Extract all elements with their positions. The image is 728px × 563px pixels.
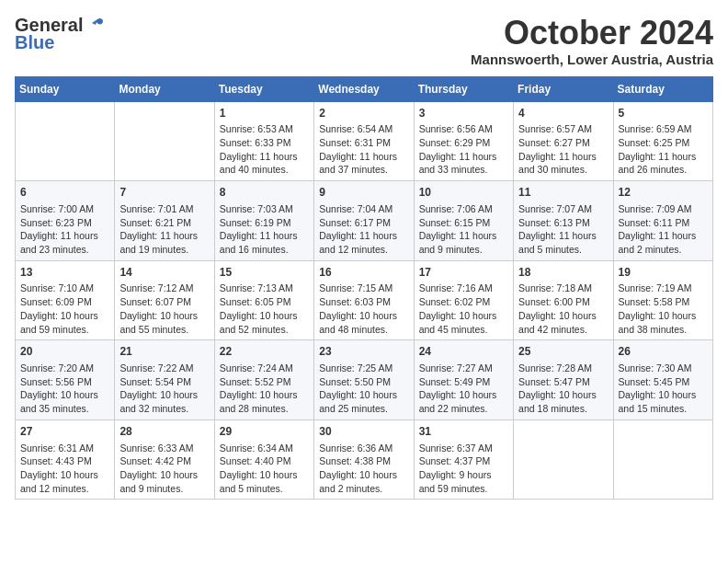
day-info: Sunrise: 7:04 AMSunset: 6:17 PMDaylight:… [319, 202, 408, 257]
header-wednesday: Wednesday [314, 76, 414, 101]
day-info: Sunrise: 6:56 AMSunset: 6:29 PMDaylight:… [419, 122, 508, 177]
day-number: 13 [20, 265, 109, 281]
day-number: 20 [20, 344, 109, 360]
day-cell: 22Sunrise: 7:24 AMSunset: 5:52 PMDayligh… [214, 340, 313, 420]
day-number: 25 [518, 344, 608, 360]
day-cell: 25Sunrise: 7:28 AMSunset: 5:47 PMDayligh… [514, 340, 613, 420]
day-info: Sunrise: 6:54 AMSunset: 6:31 PMDaylight:… [319, 122, 408, 177]
day-cell: 10Sunrise: 7:06 AMSunset: 6:15 PMDayligh… [414, 181, 513, 261]
day-info: Sunrise: 6:37 AMSunset: 4:37 PMDaylight:… [419, 442, 508, 496]
day-number: 16 [319, 265, 408, 281]
day-cell: 13Sunrise: 7:10 AMSunset: 6:09 PMDayligh… [16, 260, 115, 340]
header-monday: Monday [115, 76, 214, 101]
day-number: 14 [119, 265, 209, 281]
month-title: October 2024 [471, 15, 713, 52]
day-cell: 23Sunrise: 7:25 AMSunset: 5:50 PMDayligh… [314, 340, 414, 420]
day-number: 15 [220, 265, 309, 281]
day-cell: 21Sunrise: 7:22 AMSunset: 5:54 PMDayligh… [115, 340, 214, 420]
day-cell: 9Sunrise: 7:04 AMSunset: 6:17 PMDaylight… [314, 181, 414, 261]
day-info: Sunrise: 7:03 AMSunset: 6:19 PMDaylight:… [220, 202, 309, 257]
day-cell [514, 419, 613, 500]
day-info: Sunrise: 6:33 AMSunset: 4:42 PMDaylight:… [119, 442, 209, 496]
subtitle: Mannswoerth, Lower Austria, Austria [471, 52, 713, 67]
day-number: 31 [419, 424, 508, 440]
logo-bird-icon [85, 16, 105, 36]
day-info: Sunrise: 7:09 AMSunset: 6:11 PMDaylight:… [619, 202, 708, 257]
day-number: 19 [619, 265, 708, 281]
day-info: Sunrise: 7:13 AMSunset: 6:05 PMDaylight:… [220, 282, 309, 336]
day-info: Sunrise: 7:06 AMSunset: 6:15 PMDaylight:… [419, 202, 508, 257]
header-friday: Friday [514, 76, 613, 101]
day-cell: 16Sunrise: 7:15 AMSunset: 6:03 PMDayligh… [314, 260, 414, 340]
day-info: Sunrise: 6:36 AMSunset: 4:38 PMDaylight:… [319, 442, 408, 496]
day-number: 9 [319, 185, 408, 201]
day-cell: 29Sunrise: 6:34 AMSunset: 4:40 PMDayligh… [214, 419, 313, 500]
day-cell: 26Sunrise: 7:30 AMSunset: 5:45 PMDayligh… [613, 340, 712, 420]
day-cell: 28Sunrise: 6:33 AMSunset: 4:42 PMDayligh… [115, 419, 214, 500]
day-info: Sunrise: 7:10 AMSunset: 6:09 PMDaylight:… [20, 282, 109, 336]
day-info: Sunrise: 6:57 AMSunset: 6:27 PMDaylight:… [518, 122, 608, 177]
title-block: October 2024 Mannswoerth, Lower Austria,… [471, 15, 713, 67]
header-tuesday: Tuesday [214, 76, 313, 101]
day-info: Sunrise: 7:00 AMSunset: 6:23 PMDaylight:… [20, 202, 109, 257]
week-row-3: 13Sunrise: 7:10 AMSunset: 6:09 PMDayligh… [16, 260, 713, 340]
day-number: 8 [220, 185, 309, 201]
day-number: 11 [518, 185, 608, 201]
day-cell: 1Sunrise: 6:53 AMSunset: 6:33 PMDaylight… [214, 101, 313, 181]
day-cell: 2Sunrise: 6:54 AMSunset: 6:31 PMDaylight… [314, 101, 414, 181]
day-cell: 7Sunrise: 7:01 AMSunset: 6:21 PMDaylight… [115, 181, 214, 261]
day-info: Sunrise: 6:53 AMSunset: 6:33 PMDaylight:… [220, 122, 309, 177]
day-cell: 12Sunrise: 7:09 AMSunset: 6:11 PMDayligh… [613, 181, 712, 261]
day-info: Sunrise: 7:27 AMSunset: 5:49 PMDaylight:… [419, 362, 508, 416]
day-info: Sunrise: 7:19 AMSunset: 5:58 PMDaylight:… [619, 282, 708, 336]
day-number: 27 [20, 424, 109, 440]
day-info: Sunrise: 7:12 AMSunset: 6:07 PMDaylight:… [119, 282, 209, 336]
day-number: 7 [119, 185, 209, 201]
day-number: 22 [220, 344, 309, 360]
week-row-5: 27Sunrise: 6:31 AMSunset: 4:43 PMDayligh… [16, 419, 713, 500]
day-cell: 24Sunrise: 7:27 AMSunset: 5:49 PMDayligh… [414, 340, 513, 420]
day-cell: 27Sunrise: 6:31 AMSunset: 4:43 PMDayligh… [16, 419, 115, 500]
day-number: 24 [419, 344, 508, 360]
header-row: SundayMondayTuesdayWednesdayThursdayFrid… [16, 76, 713, 101]
day-number: 18 [518, 265, 608, 281]
day-cell: 5Sunrise: 6:59 AMSunset: 6:25 PMDaylight… [613, 101, 712, 181]
week-row-2: 6Sunrise: 7:00 AMSunset: 6:23 PMDaylight… [16, 181, 713, 261]
day-number: 3 [419, 106, 508, 121]
day-number: 12 [619, 185, 708, 201]
calendar-table: SundayMondayTuesdayWednesdayThursdayFrid… [15, 76, 713, 500]
day-number: 26 [619, 344, 708, 360]
day-info: Sunrise: 7:07 AMSunset: 6:13 PMDaylight:… [518, 202, 608, 257]
day-number: 6 [20, 185, 109, 201]
day-cell: 4Sunrise: 6:57 AMSunset: 6:27 PMDaylight… [514, 101, 613, 181]
day-number: 29 [220, 424, 309, 440]
day-number: 17 [419, 265, 508, 281]
day-number: 5 [619, 106, 708, 121]
day-info: Sunrise: 7:25 AMSunset: 5:50 PMDaylight:… [319, 362, 408, 416]
day-cell: 31Sunrise: 6:37 AMSunset: 4:37 PMDayligh… [414, 419, 513, 500]
day-info: Sunrise: 7:22 AMSunset: 5:54 PMDaylight:… [119, 362, 209, 416]
day-cell: 8Sunrise: 7:03 AMSunset: 6:19 PMDaylight… [214, 181, 313, 261]
day-cell: 15Sunrise: 7:13 AMSunset: 6:05 PMDayligh… [214, 260, 313, 340]
day-info: Sunrise: 7:24 AMSunset: 5:52 PMDaylight:… [220, 362, 309, 416]
day-number: 1 [220, 106, 309, 121]
day-cell: 20Sunrise: 7:20 AMSunset: 5:56 PMDayligh… [16, 340, 115, 420]
day-cell: 6Sunrise: 7:00 AMSunset: 6:23 PMDaylight… [16, 181, 115, 261]
day-cell: 19Sunrise: 7:19 AMSunset: 5:58 PMDayligh… [613, 260, 712, 340]
day-cell [16, 101, 115, 181]
day-number: 23 [319, 344, 408, 360]
day-info: Sunrise: 7:30 AMSunset: 5:45 PMDaylight:… [619, 362, 708, 416]
day-info: Sunrise: 6:59 AMSunset: 6:25 PMDaylight:… [619, 122, 708, 177]
day-cell: 11Sunrise: 7:07 AMSunset: 6:13 PMDayligh… [514, 181, 613, 261]
week-row-1: 1Sunrise: 6:53 AMSunset: 6:33 PMDaylight… [16, 101, 713, 181]
day-cell [613, 419, 712, 500]
logo: General Blue [15, 15, 105, 53]
day-info: Sunrise: 6:34 AMSunset: 4:40 PMDaylight:… [220, 442, 309, 496]
day-info: Sunrise: 7:15 AMSunset: 6:03 PMDaylight:… [319, 282, 408, 336]
day-cell: 30Sunrise: 6:36 AMSunset: 4:38 PMDayligh… [314, 419, 414, 500]
page-header: General Blue October 2024 Mannswoerth, L… [15, 15, 713, 67]
day-cell: 18Sunrise: 7:18 AMSunset: 6:00 PMDayligh… [514, 260, 613, 340]
week-row-4: 20Sunrise: 7:20 AMSunset: 5:56 PMDayligh… [16, 340, 713, 420]
day-number: 21 [119, 344, 209, 360]
day-number: 28 [119, 424, 209, 440]
